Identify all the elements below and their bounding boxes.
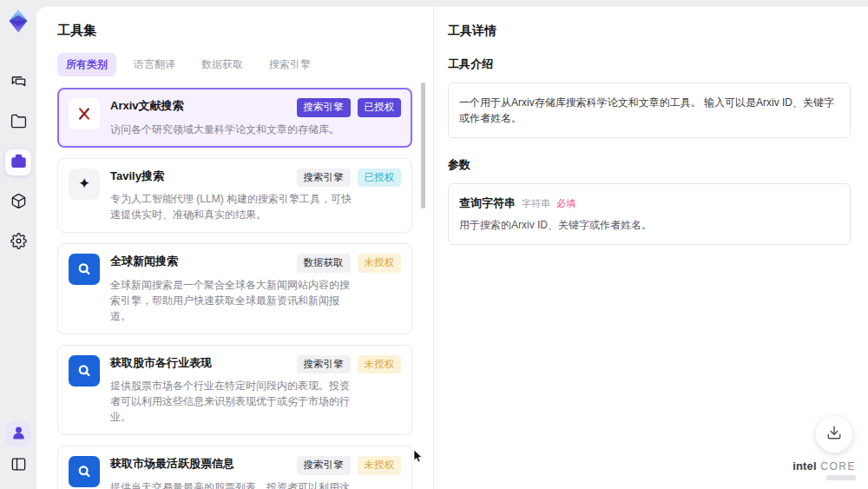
tool-name: 获取市场最活跃股票信息 <box>110 456 297 471</box>
page-title: 工具集 <box>57 23 412 39</box>
sidebar-item-panel-toggle[interactable] <box>5 453 31 479</box>
briefcase-icon <box>10 153 27 173</box>
tool-card[interactable]: 获取股市各行业表现 搜索引擎 未授权 提供股票市场各个行业在特定时间段内的表现。… <box>57 345 412 436</box>
download-icon <box>826 425 842 444</box>
sidebar-item-models[interactable] <box>5 189 31 215</box>
tool-list-panel: 工具集 所有类别语言翻译数据获取搜索引擎 Arxiv文献搜索 搜索引擎 已授权 … <box>36 7 434 489</box>
tool-category-badge: 搜索引擎 <box>297 355 351 374</box>
sidebar-item-settings[interactable] <box>5 229 31 255</box>
tool-description: 访问各个研究领域大量科学论文和文章的存储库。 <box>110 122 357 137</box>
intel-logo-bar <box>826 475 856 480</box>
sidebar-item-files[interactable] <box>5 109 31 135</box>
tool-list: Arxiv文献搜索 搜索引擎 已授权 访问各个研究领域大量科学论文和文章的存储库… <box>57 88 412 489</box>
sidebar-item-chat[interactable] <box>5 69 31 96</box>
intro-text: 一个用于从Arxiv存储库搜索科学论文和文章的工具。 输入可以是Arxiv ID… <box>459 95 839 126</box>
gear-icon <box>10 233 27 253</box>
tool-name: 全球新闻搜索 <box>110 254 297 268</box>
tool-detail-panel: 工具详情 工具介绍 一个用于从Arxiv存储库搜索科学论文和文章的工具。 输入可… <box>434 7 868 489</box>
intel-core-logo: intel CORE <box>792 459 856 480</box>
app-root: 工具集 所有类别语言翻译数据获取搜索引擎 Arxiv文献搜索 搜索引擎 已授权 … <box>0 0 868 489</box>
tool-icon <box>69 355 100 387</box>
tool-name: 获取股市各行业表现 <box>110 355 297 370</box>
app-logo-icon <box>4 7 32 35</box>
folder-icon <box>10 113 27 133</box>
tool-category-badge: 搜索引擎 <box>297 456 351 475</box>
tab-0[interactable]: 所有类别 <box>57 53 116 76</box>
tool-category-badge: 搜索引擎 <box>297 98 351 117</box>
param-box: 查询字符串 字符串 必填 用于搜索的Arxiv ID、关键字或作者姓名。 <box>448 183 851 245</box>
tool-status-badge: 未授权 <box>358 254 402 273</box>
param-required-badge: 必填 <box>556 197 575 210</box>
scrollbar-thumb[interactable] <box>421 83 425 208</box>
category-tabs: 所有类别语言翻译数据获取搜索引擎 <box>57 53 412 76</box>
download-button[interactable] <box>816 416 852 453</box>
params-heading: 参数 <box>448 157 851 173</box>
user-icon <box>10 425 27 445</box>
tool-status-badge: 未授权 <box>358 355 402 374</box>
tab-2[interactable]: 数据获取 <box>193 53 252 76</box>
tool-icon: ✦ <box>69 169 100 200</box>
cube-icon <box>10 193 27 213</box>
tool-status-badge: 已授权 <box>358 98 402 117</box>
tool-status-badge: 已授权 <box>358 169 402 188</box>
tab-3[interactable]: 搜索引擎 <box>260 53 319 76</box>
tool-category-badge: 数据获取 <box>297 254 351 273</box>
tool-card[interactable]: ✦ Tavily搜索 搜索引擎 已授权 专为人工智能代理 (LLM) 构建的搜索… <box>57 158 412 234</box>
tool-icon <box>69 456 100 487</box>
tool-icon <box>69 98 100 129</box>
tool-category-badge: 搜索引擎 <box>297 169 351 188</box>
detail-title: 工具详情 <box>448 23 851 39</box>
tool-name: Arxiv文献搜索 <box>110 98 297 113</box>
sidebar-item-account[interactable] <box>5 421 31 447</box>
intel-wordmark: intel <box>792 459 817 472</box>
tool-description: 提供股票市场各个行业在特定时间段内的表现。投资者可以利用这些信息来识别表现优于或… <box>110 378 357 425</box>
main-card: 工具集 所有类别语言翻译数据获取搜索引擎 Arxiv文献搜索 搜索引擎 已授权 … <box>36 7 868 489</box>
tool-description: 专为人工智能代理 (LLM) 构建的搜索引擎工具，可快速提供实时、准确和真实的结… <box>110 191 357 222</box>
tool-card[interactable]: 全球新闻搜索 数据获取 未授权 全球新闻搜索是一个聚合全球各大新闻网站内容的搜索… <box>57 243 412 334</box>
chat-icon <box>10 73 27 93</box>
sidebar-item-tools[interactable] <box>5 149 31 175</box>
tool-card[interactable]: 获取市场最活跃股票信息 搜索引擎 未授权 提供当天交易量最高的股票列表，投资者可… <box>57 446 412 489</box>
tool-name: Tavily搜索 <box>110 169 297 183</box>
tool-description: 全球新闻搜索是一个聚合全球各大新闻网站内容的搜索引擎，帮助用户快速获取全球最新资… <box>110 277 357 324</box>
tool-status-badge: 未授权 <box>358 456 402 475</box>
param-name: 查询字符串 <box>459 195 516 211</box>
tab-1[interactable]: 语言翻译 <box>125 53 184 76</box>
param-description: 用于搜索的Arxiv ID、关键字或作者姓名。 <box>459 218 839 233</box>
tool-card[interactable]: Arxiv文献搜索 搜索引擎 已授权 访问各个研究领域大量科学论文和文章的存储库… <box>57 88 412 148</box>
left-rail <box>0 0 36 489</box>
tool-description: 提供当天交易量最高的股票列表，投资者可以利用这些信息来识别流动性强的股票和潜在的… <box>110 479 357 489</box>
intro-box: 一个用于从Arxiv存储库搜索科学论文和文章的工具。 输入可以是Arxiv ID… <box>448 83 851 138</box>
intro-heading: 工具介绍 <box>448 56 851 72</box>
core-wordmark: CORE <box>820 460 856 472</box>
panel-toggle-icon <box>10 456 27 476</box>
tool-icon <box>69 254 100 285</box>
param-type: 字符串 <box>522 197 550 210</box>
